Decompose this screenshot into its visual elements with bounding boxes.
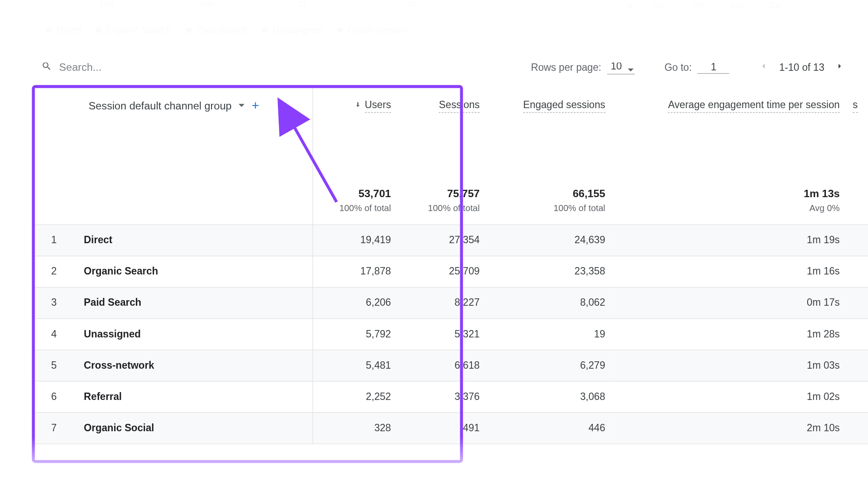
row-sessions: 491 bbox=[402, 413, 490, 444]
row-index: 7 bbox=[32, 413, 73, 444]
total-avg-eng-sub: Avg 0% bbox=[627, 202, 840, 212]
column-header-users[interactable]: Users bbox=[313, 85, 402, 180]
legend-label: Organic Search bbox=[106, 25, 172, 35]
chevron-down-icon bbox=[628, 64, 634, 76]
row-avg-eng: 0m 17s bbox=[616, 287, 850, 319]
row-avg-eng: 1m 03s bbox=[616, 350, 850, 381]
row-channel-name[interactable]: Direct bbox=[73, 225, 313, 256]
total-engaged: 66,155 bbox=[573, 188, 605, 199]
row-users: 5,481 bbox=[313, 350, 402, 381]
y-tick: 0 bbox=[627, 1, 632, 10]
legend-item[interactable]: Unassigned bbox=[262, 25, 323, 35]
table-row[interactable]: 2Organic Search17,87825,70923,3581m 16s bbox=[32, 256, 868, 287]
totals-row: 53,701 100% of total 75,757 100% of tota… bbox=[32, 179, 868, 225]
table-row[interactable]: 3Paid Search6,2068,2278,0620m 17s bbox=[32, 287, 868, 319]
next-page-button[interactable] bbox=[835, 61, 845, 74]
rows-per-page-select[interactable]: 10 bbox=[607, 61, 635, 74]
row-users: 328 bbox=[313, 413, 402, 444]
column-header-engaged-sessions[interactable]: Engaged sessions bbox=[490, 85, 616, 180]
rows-per-page: Rows per page: 10 bbox=[531, 61, 635, 74]
legend-item[interactable]: Organic Search bbox=[96, 25, 172, 35]
row-sessions: 8,227 bbox=[402, 287, 490, 319]
column-header-cut[interactable]: s bbox=[850, 85, 868, 180]
table-row[interactable]: 6Referral2,2523,3763,0681m 02s bbox=[32, 381, 868, 413]
row-channel-name[interactable]: Unassigned bbox=[73, 319, 313, 350]
row-index: 2 bbox=[32, 256, 73, 287]
column-header-avg-engagement[interactable]: Average engagement time per session bbox=[616, 85, 850, 180]
total-users: 53,701 bbox=[359, 188, 391, 199]
search-input[interactable] bbox=[59, 61, 213, 74]
row-index: 4 bbox=[32, 319, 73, 350]
goto-input[interactable] bbox=[698, 61, 729, 74]
row-engaged: 6,279 bbox=[490, 350, 616, 381]
row-users: 17,878 bbox=[313, 256, 402, 287]
total-users-sub: 100% of total bbox=[323, 202, 391, 212]
row-channel-name[interactable]: Cross-network bbox=[73, 350, 313, 381]
row-cut bbox=[850, 287, 868, 319]
table-row[interactable]: 4Unassigned5,7925,321191m 28s bbox=[32, 319, 868, 350]
row-engaged: 19 bbox=[490, 319, 616, 350]
row-cut bbox=[850, 413, 868, 444]
total-engaged-sub: 100% of total bbox=[501, 202, 605, 212]
row-channel-name[interactable]: Paid Search bbox=[73, 287, 313, 319]
row-engaged: 23,358 bbox=[490, 256, 616, 287]
legend-label: Unassigned bbox=[273, 25, 323, 35]
row-sessions: 5,321 bbox=[402, 319, 490, 350]
dimension-label: Session default channel group bbox=[89, 99, 231, 112]
add-dimension-button[interactable]: + bbox=[252, 99, 259, 112]
total-sessions: 75,757 bbox=[447, 188, 480, 199]
row-sessions: 27,354 bbox=[402, 225, 490, 256]
row-users: 2,252 bbox=[313, 381, 402, 413]
row-channel-name[interactable]: Organic Search bbox=[73, 256, 313, 287]
row-cut bbox=[850, 350, 868, 381]
row-engaged: 8,062 bbox=[490, 287, 616, 319]
y-tick: 5K bbox=[655, 1, 664, 10]
row-sessions: 25,709 bbox=[402, 256, 490, 287]
rows-per-page-value: 10 bbox=[611, 61, 622, 72]
page-range: 1-10 of 13 bbox=[779, 62, 824, 73]
table-row[interactable]: 1Direct19,41927,35424,6391m 19s bbox=[32, 225, 868, 256]
row-channel-name[interactable]: Organic Social bbox=[73, 413, 313, 444]
row-index: 6 bbox=[32, 381, 73, 413]
legend-dot-icon bbox=[262, 27, 268, 33]
legend-dot-icon bbox=[186, 27, 192, 33]
y-tick: 10K bbox=[692, 1, 706, 10]
table-toolbar: Rows per page: 10 Go to: 1-10 of 13 bbox=[0, 50, 868, 85]
x-tick: 19 bbox=[407, 0, 416, 9]
row-engaged: 3,068 bbox=[490, 381, 616, 413]
row-sessions: 3,376 bbox=[402, 381, 490, 413]
legend-item[interactable]: Cross-network bbox=[337, 25, 409, 35]
legend-item[interactable]: Direct bbox=[46, 25, 81, 35]
row-cut bbox=[850, 256, 868, 287]
search-icon bbox=[41, 61, 52, 74]
row-index: 1 bbox=[32, 225, 73, 256]
table-row[interactable]: 5Cross-network5,4816,6186,2791m 03s bbox=[32, 350, 868, 381]
legend-dot-icon bbox=[337, 27, 343, 33]
chart-axis-remnant: Feb Mar 12 19 0 5K 10K 15K 20K bbox=[0, 0, 868, 18]
total-avg-eng: 1m 13s bbox=[804, 188, 840, 199]
table-row[interactable]: 7Organic Social3284914462m 10s bbox=[32, 413, 868, 444]
row-cut bbox=[850, 225, 868, 256]
prev-page-button[interactable] bbox=[759, 61, 769, 74]
x-tick: Feb bbox=[100, 0, 113, 9]
row-users: 5,792 bbox=[313, 319, 402, 350]
row-users: 6,206 bbox=[313, 287, 402, 319]
x-tick: Mar bbox=[201, 0, 214, 9]
legend-dot-icon bbox=[96, 27, 102, 33]
total-sessions-sub: 100% of total bbox=[412, 202, 479, 212]
column-header-sessions[interactable]: Sessions bbox=[402, 85, 490, 180]
row-index: 3 bbox=[32, 287, 73, 319]
row-avg-eng: 2m 10s bbox=[616, 413, 850, 444]
rows-per-page-label: Rows per page: bbox=[531, 62, 601, 73]
x-tick: 12 bbox=[298, 0, 307, 9]
row-channel-name[interactable]: Referral bbox=[73, 381, 313, 413]
legend-item[interactable]: Paid Search bbox=[186, 25, 248, 35]
row-cut bbox=[850, 381, 868, 413]
row-engaged: 24,639 bbox=[490, 225, 616, 256]
chart-legend: Direct Organic Search Paid Search Unassi… bbox=[0, 18, 868, 50]
row-avg-eng: 1m 16s bbox=[616, 256, 850, 287]
row-index: 5 bbox=[32, 350, 73, 381]
y-tick: 20K bbox=[769, 1, 782, 10]
dimension-header[interactable]: Session default channel group + bbox=[32, 85, 312, 180]
row-avg-eng: 1m 19s bbox=[616, 225, 850, 256]
